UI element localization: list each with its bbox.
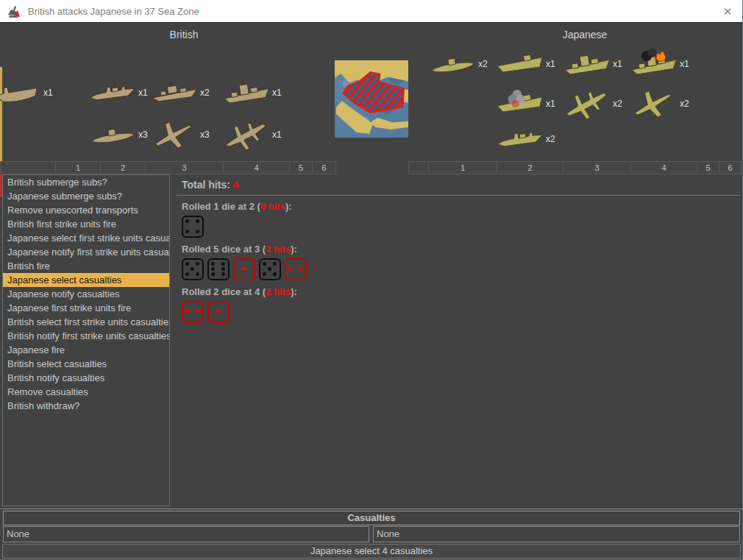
dice-strip-cell: 2 [497,161,564,174]
battle-step: Japanese notify first strike units casua… [3,245,169,259]
unit-transport: x1 [0,76,53,110]
battle-panel: British Japanese x1x1x3x2x3x1x1x2x1x1x2x… [0,23,742,559]
battle-steps-list: British submerge subs?Japanese submerge … [2,174,170,506]
window-title: British attacks Japanese in 37 Sea Zone [28,6,199,17]
dice-strip-cell: 5 [697,161,719,174]
unit-submarine: x2 [428,47,488,81]
dice-results-panel: Total hits: 4 Rolled 1 die at 2 (0 hits)… [177,175,740,508]
defender-casualties-list: None [373,526,740,542]
dice-strip-cell: 4 [631,161,697,174]
die-4-miss [182,216,204,238]
battle-step: British select casualties [3,357,169,371]
unit-carrier: x1 [496,47,555,81]
unit-count-label: x2 [546,134,555,144]
destroyer-ship-icon [494,118,547,160]
dice-row [182,216,740,238]
unit-count-label: x2 [200,88,210,98]
battle-step: British submerge subs? [3,175,169,189]
attacker-dice-strip: 123456 [0,161,336,174]
unit-destroyer: x2 [496,122,555,156]
destroyer-ship-icon [86,72,139,113]
dice-strip-cell: 3 [146,161,224,174]
cruiser-ship-icon [148,72,201,113]
defender-name: Japanese [412,29,743,40]
battle-app-icon: A [6,3,22,19]
bottom-separator [0,508,742,509]
dice-strip-cell: 1 [56,161,101,174]
total-hits-line: Total hits: 4 [177,175,740,196]
battle-step: Remove casualties [3,385,169,399]
battle-step: British first strike units fire [3,217,169,231]
unit-count-label: x2 [478,59,488,69]
unit-battleship: x1 [563,47,622,81]
dice-row [182,301,740,323]
dice-strip-cell: 2 [101,161,146,174]
unit-carrier: x1 [496,87,555,121]
battle-step: Japanese notify casualties [3,287,169,301]
unit-count-label: x1 [546,59,555,69]
fighter-plane-icon [625,77,683,130]
battle-step: British select first strike units casual… [3,315,169,329]
bomber-plane-icon [217,108,276,161]
battle-window: A British attacks Japanese in 37 Sea Zon… [0,0,743,560]
unit-count-label: x1 [546,99,555,109]
unit-count-label: x1 [680,59,689,69]
casualties-header: Casualties [3,511,740,525]
attacker-casualties-list: None [3,526,369,542]
battleship-icon [220,72,273,113]
dice-strip-cell: 1 [429,161,497,174]
battle-step: Remove unescorted transports [3,203,169,217]
die-1-hit [233,258,255,280]
die-5-miss [259,258,281,280]
submarine-icon [86,114,139,155]
sea-zone-map-thumbnail [335,60,408,138]
close-icon[interactable]: ✕ [719,3,736,21]
die-1-hit [207,301,230,323]
roll-hits-count: 2 hits [266,286,291,297]
dice-row [182,258,740,280]
dice-strip-cell [0,161,56,174]
dice-strip-cell: 5 [290,161,313,174]
roll-hits-count: 2 hits [266,244,291,255]
battle-step: British notify casualties [3,371,169,385]
battle-step: Japanese fire [3,343,169,357]
battle-step: British withdraw? [3,399,169,413]
unit-count-label: x1 [613,59,622,69]
unit-battleship: x1 [630,47,689,81]
unit-cruiser: x2 [150,76,210,110]
unit-fighter: x2 [630,87,689,121]
select-casualties-button[interactable]: Japanese select 4 casualties [2,544,741,559]
battle-step: Japanese first strike units fire [3,301,169,315]
roll-label: Rolled 1 die at 2 (0 hits): [182,201,740,212]
bomber-plane-icon [558,77,616,130]
map-land-south-island-chain [370,118,408,130]
dice-strip-cell [408,161,429,174]
unit-fighter: x3 [150,118,210,152]
battleship-icon [628,43,680,85]
defender-dice-strip: 123456 [408,161,742,174]
battle-step: British fire [3,259,169,273]
battleship-icon [561,43,614,85]
die-5-miss [182,258,204,280]
roll-hits-count: 0 hits [260,201,285,212]
total-hits-label: Total hits: [182,179,230,191]
roll-label: Rolled 2 dice at 4 (2 hits): [182,286,740,297]
unit-battleship: x1 [222,76,282,110]
submarine-icon [426,43,479,85]
unit-count-label: x1 [272,88,282,98]
attacker-name: British [0,29,368,40]
dice-strip-cell: 6 [313,161,336,174]
die-2-hit [285,258,307,280]
battle-step: Japanese select first strike units casua… [3,231,169,245]
dice-strip-cell: 6 [719,161,742,174]
unit-count-label: x1 [43,88,53,98]
unit-destroyer: x1 [88,76,148,110]
unit-bomber: x2 [563,87,622,121]
title-bar: A British attacks Japanese in 37 Sea Zon… [0,0,742,23]
die-6-miss [207,258,230,280]
battle-step: Japanese submerge subs? [3,189,169,203]
unit-bomber: x1 [222,118,282,152]
transport-ship-icon [0,72,44,113]
roll-label: Rolled 5 dice at 3 (2 hits): [182,244,740,255]
carrier-ship-icon [494,83,547,124]
